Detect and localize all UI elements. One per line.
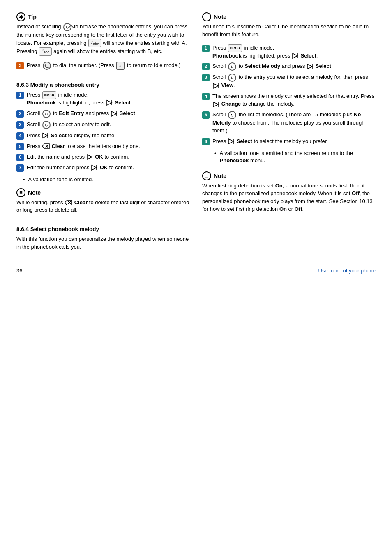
step-num-tip3: 3: [16, 62, 24, 69]
scroll-icon-r3: ↻: [228, 74, 236, 82]
note-editing: ≡ Note While editing, press Clear to del…: [16, 188, 190, 215]
step-text-right-2: Scroll ↻ to Select Melody and press Sele…: [212, 62, 333, 71]
step-text-right-3: Scroll ↻ to the entry you want to select…: [212, 74, 376, 90]
select-btn-1: [106, 99, 113, 106]
step-text-863-4: Press Select to display the name.: [27, 132, 116, 140]
change-btn-r4: [212, 101, 220, 108]
note-editing-header: ≡ Note: [16, 188, 190, 197]
note-right-label: Note: [214, 14, 226, 20]
note-bottom-right: ≡ Note When first ring detection is set …: [202, 171, 376, 213]
tip-icon: ✱: [16, 12, 25, 21]
step-text-863-7: Edit the number and press OK to confirm.: [27, 164, 134, 172]
step-right-5: 5 Scroll ↻ the list of melodies. (There …: [202, 111, 376, 135]
end-icon: ↲: [116, 62, 125, 70]
select-btn-r2: [307, 63, 314, 70]
note-right-header: ≡ Note: [202, 12, 376, 21]
step-863-3: 3 Scroll ↻ to select an entry to edit.: [16, 121, 190, 129]
bullet-dot: •: [23, 176, 25, 184]
right-bullet-text: A validation tone is emitted and the scr…: [220, 150, 376, 165]
ok-btn-6: [86, 154, 94, 160]
step-text-right-6: Press Select to select the melody you pr…: [212, 138, 328, 145]
863-bullet: • A validation tone is emitted.: [16, 176, 190, 184]
ok-btn-7: [91, 164, 98, 171]
step-text-863-2: Scroll ↻ to Edit Entry and press Select.: [27, 110, 137, 118]
tip-step-3: 3 Press 📞 to dial the number. (Press ↲ t…: [16, 62, 190, 70]
scroll-icon-3: ↻: [42, 121, 51, 129]
step-text-863-6: Edit the name and press OK to confirm.: [27, 153, 129, 161]
step-863-7: 7 Edit the number and press OK to confir…: [16, 164, 190, 172]
scroll-icon-r5: ↻: [228, 111, 236, 119]
step-num-right-1: 1: [202, 45, 210, 52]
step-863-4: 4 Press Select to display the name.: [16, 132, 190, 140]
page-number: 36: [16, 268, 22, 274]
step-text-right-1: Press menu in idle mode. Phonebook is hi…: [212, 44, 318, 60]
right-steps-list: 1 Press menu in idle mode. Phonebook is …: [202, 44, 376, 145]
step-right-4: 4 The screen shows the melody currently …: [202, 92, 376, 108]
note-bottom-label: Note: [214, 173, 226, 179]
svg-marker-3: [42, 144, 49, 149]
select-btn-r1: [292, 53, 299, 59]
step-right-1: 1 Press menu in idle mode. Phonebook is …: [202, 44, 376, 60]
select-btn-r3: [212, 83, 220, 89]
right-bullet: • A validation tone is emitted and the s…: [202, 150, 376, 165]
divider-1: [16, 76, 190, 76]
note-editing-label: Note: [28, 189, 41, 196]
note-bottom-content: When first ring detection is set On, a n…: [202, 182, 376, 213]
select-btn-r6: [228, 138, 235, 145]
page-footer: 36 Use more of your phone: [16, 268, 376, 274]
step-num-right-6: 6: [202, 138, 210, 145]
svg-marker-8: [65, 200, 72, 205]
select-btn-4: [42, 132, 49, 139]
section-864-intro: With this function you can personalize t…: [16, 235, 190, 251]
step-num-right-5: 5: [202, 111, 210, 119]
step-num-863-5: 5: [16, 143, 24, 150]
step-text-863-3: Scroll ↻ to select an entry to edit.: [27, 121, 111, 129]
scroll-icon: ↻: [63, 23, 71, 31]
step-right-3: 3 Scroll ↻ to the entry you want to sele…: [202, 74, 376, 90]
section-863-steps: 1 Press menu in idle mode. Phonebook is …: [16, 91, 190, 172]
select-btn-2: [111, 111, 118, 117]
step-num-right-4: 4: [202, 93, 210, 100]
scroll-icon-2: ↻: [42, 110, 51, 118]
page-layout: ✱ Tip Instead of scrolling ↻ to browse t…: [16, 12, 376, 251]
divider-2: [16, 220, 190, 220]
note-right-top: ≡ Note You need to subscribe to Caller L…: [202, 12, 376, 39]
section-863-header: 8.6.3 Modify a phonebook entry: [16, 82, 190, 88]
right-bullet-dot: •: [214, 150, 217, 165]
clear-btn-5: [42, 143, 50, 150]
step-num-863-2: 2: [16, 110, 24, 118]
step-863-2: 2 Scroll ↻ to Edit Entry and press Selec…: [16, 110, 190, 118]
step-right-2: 2 Scroll ↻ to Select Melody and press Se…: [202, 62, 376, 71]
step-num-right-3: 3: [202, 74, 210, 81]
footer-section: Use more of your phone: [318, 268, 376, 274]
step-num-863-6: 6: [16, 154, 24, 161]
tip-label: Tip: [28, 14, 37, 20]
clear-btn-note: [65, 199, 73, 206]
step-text-right-4: The screen shows the melody currently se…: [212, 92, 376, 108]
right-column: ≡ Note You need to subscribe to Caller L…: [202, 12, 376, 251]
step-num-863-4: 4: [16, 132, 24, 140]
note-icon-bottom: ≡: [202, 171, 211, 180]
key-2abc: 2abc: [88, 39, 101, 48]
step-text-right-5: Scroll ↻ the list of melodies. (There ar…: [212, 111, 376, 135]
step-num-863-3: 3: [16, 121, 24, 129]
key-2abc-2: 2abc: [39, 47, 51, 56]
step-863-1: 1 Press menu in idle mode. Phonebook is …: [16, 91, 190, 107]
863-bullet-text: A validation tone is emitted.: [28, 176, 93, 184]
step-num-863-7: 7: [16, 164, 24, 172]
note-editing-content: While editing, press Clear to delete the…: [16, 199, 190, 215]
note-bottom-header: ≡ Note: [202, 171, 376, 180]
step-right-6: 6 Press Select to select the melody you …: [202, 138, 376, 145]
step-863-5: 5 Press Clear to erase the letters one b…: [16, 143, 190, 150]
step-text-863-1: Press menu in idle mode. Phonebook is hi…: [27, 91, 132, 107]
menu-btn-r1: menu: [228, 44, 242, 52]
step-text-863-5: Press Clear to erase the letters one by …: [27, 143, 140, 150]
left-column: ✱ Tip Instead of scrolling ↻ to browse t…: [16, 12, 190, 251]
step-863-6: 6 Edit the name and press OK to confirm.: [16, 153, 190, 161]
note-right-content: You need to subscribe to Caller Line Ide…: [202, 23, 376, 39]
note-icon-editing: ≡: [16, 188, 25, 197]
step-num-right-2: 2: [202, 63, 210, 70]
step-num-863-1: 1: [16, 92, 24, 99]
note-icon-right: ≡: [202, 12, 211, 21]
menu-btn: menu: [42, 91, 56, 99]
